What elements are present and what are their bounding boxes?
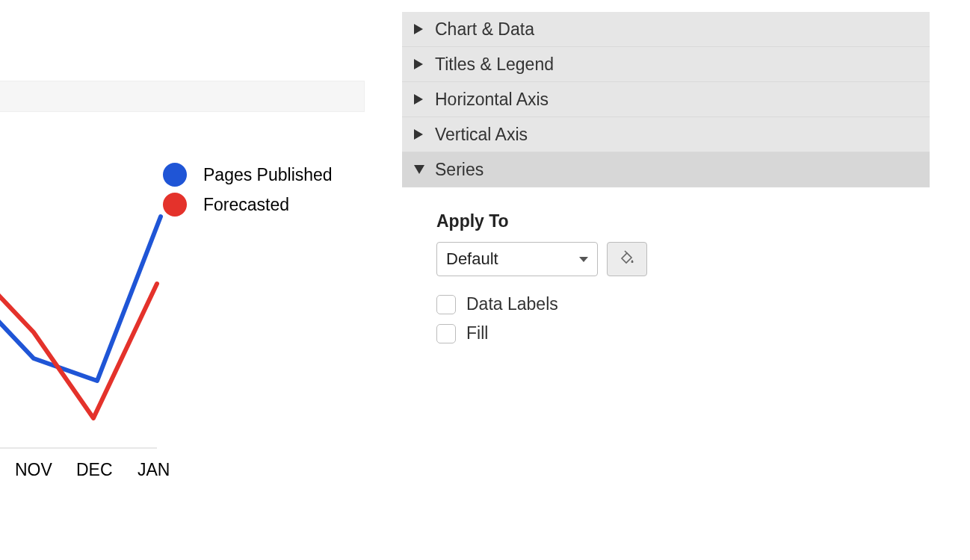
x-tick-label: NOV <box>15 460 52 480</box>
paint-bucket-icon <box>618 249 636 270</box>
legend-label: Pages Published <box>203 165 333 185</box>
checkbox-label: Fill <box>466 323 488 343</box>
accordion-label: Series <box>435 160 484 180</box>
apply-to-select[interactable]: Default <box>436 242 598 276</box>
accordion-label: Chart & Data <box>435 19 534 40</box>
legend-swatch-icon <box>163 193 187 217</box>
chevron-down-icon <box>414 165 435 174</box>
svg-marker-5 <box>414 165 424 174</box>
accordion-chart-and-data[interactable]: Chart & Data <box>402 12 930 47</box>
accordion-horizontal-axis[interactable]: Horizontal Axis <box>402 82 930 117</box>
accordion-label: Titles & Legend <box>435 55 554 75</box>
chevron-right-icon <box>414 129 435 140</box>
series-section-body: Apply To Default Data Labels <box>402 187 930 343</box>
chart-preview: Pages Published Forecasted NOV DEC JAN <box>0 0 366 560</box>
x-tick-label: DEC <box>76 460 113 480</box>
chevron-down-icon <box>579 257 588 262</box>
select-value: Default <box>446 249 498 269</box>
chart-title-bar <box>0 81 365 112</box>
fill-color-button[interactable] <box>607 242 647 276</box>
accordion-vertical-axis[interactable]: Vertical Axis <box>402 117 930 152</box>
chevron-right-icon <box>414 94 435 105</box>
accordion-label: Horizontal Axis <box>435 90 549 110</box>
svg-marker-1 <box>414 24 423 34</box>
legend-item: Pages Published <box>163 160 333 190</box>
accordion-label: Vertical Axis <box>435 125 528 145</box>
svg-marker-3 <box>414 94 423 105</box>
apply-to-label: Apply To <box>436 211 930 231</box>
accordion-series[interactable]: Series <box>402 152 930 187</box>
legend-label: Forecasted <box>203 195 289 215</box>
chart-legend: Pages Published Forecasted <box>163 160 333 220</box>
checkbox-label: Data Labels <box>466 294 558 314</box>
legend-swatch-icon <box>163 163 187 187</box>
svg-marker-4 <box>414 129 423 140</box>
checkbox-icon <box>436 324 456 343</box>
chart-properties-panel: Chart & Data Titles & Legend Horizontal … <box>402 12 930 352</box>
accordion-titles-and-legend[interactable]: Titles & Legend <box>402 47 930 82</box>
legend-item: Forecasted <box>163 190 333 220</box>
x-tick-label: JAN <box>138 460 170 480</box>
fill-checkbox-row[interactable]: Fill <box>436 323 930 343</box>
chevron-right-icon <box>414 24 435 34</box>
checkbox-icon <box>436 295 456 314</box>
data-labels-checkbox-row[interactable]: Data Labels <box>436 294 930 314</box>
svg-marker-2 <box>414 59 423 69</box>
chevron-right-icon <box>414 59 435 69</box>
